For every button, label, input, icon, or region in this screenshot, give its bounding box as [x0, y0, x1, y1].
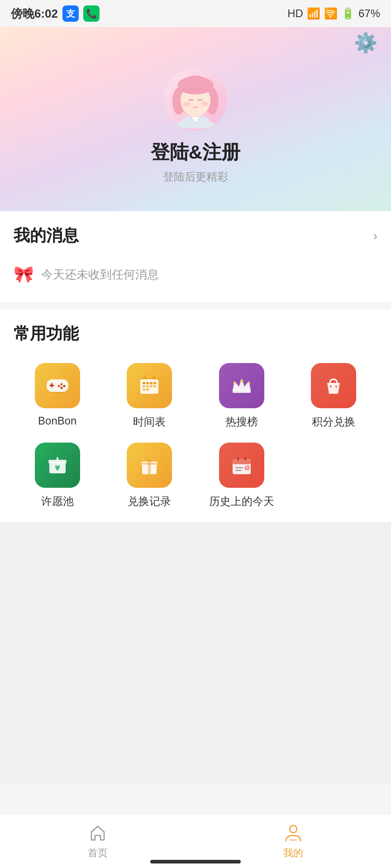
- svg-marker-16: [151, 376, 157, 379]
- history-icon: [219, 443, 264, 488]
- func-item-bonbon[interactable]: BonBon: [14, 363, 101, 429]
- svg-rect-18: [143, 382, 145, 384]
- svg-rect-40: [141, 463, 157, 465]
- schedule-label: 时间表: [133, 415, 166, 429]
- svg-rect-19: [146, 382, 149, 384]
- mine-nav-label: 我的: [283, 846, 303, 860]
- func-item-hot[interactable]: 热搜榜: [198, 363, 286, 429]
- empty-slot: [290, 443, 378, 509]
- functions-grid-row2: 许愿池 兑换记录: [14, 443, 377, 509]
- mine-icon: [283, 823, 303, 843]
- svg-rect-25: [153, 385, 156, 387]
- svg-rect-49: [290, 839, 297, 841]
- svg-rect-21: [153, 382, 156, 384]
- functions-title: 常用功能: [14, 323, 377, 345]
- svg-rect-20: [150, 382, 153, 384]
- time-display: 傍晚6:02: [11, 6, 58, 22]
- home-icon: [88, 823, 108, 843]
- svg-rect-45: [235, 467, 243, 468]
- svg-rect-22: [143, 385, 145, 387]
- svg-point-12: [63, 385, 65, 387]
- status-right: HD 📶 🛜 🔋 67%: [287, 7, 380, 20]
- svg-point-32: [330, 386, 332, 387]
- status-left: 傍晚6:02 支 📞: [11, 5, 100, 22]
- avatar-section[interactable]: 登陆&注册 登陆后更精彩: [0, 58, 391, 198]
- svg-rect-46: [235, 470, 242, 471]
- svg-marker-15: [142, 376, 148, 379]
- bonbon-icon: [35, 363, 80, 408]
- svg-point-6: [201, 102, 208, 106]
- gray-area: [0, 522, 391, 784]
- svg-rect-43: [237, 457, 239, 461]
- messages-header[interactable]: 我的消息 ›: [14, 211, 377, 256]
- svg-rect-44: [244, 457, 246, 461]
- main-content: 我的消息 › 🎀 今天还未收到任何消息 常用功能: [0, 211, 391, 784]
- empty-message: 🎀 今天还未收到任何消息: [14, 256, 377, 302]
- hot-icon: [219, 363, 264, 408]
- functions-section: 常用功能 BonBon: [0, 309, 391, 522]
- alipay-icon: 支: [62, 5, 79, 22]
- phone-icon: 📞: [83, 5, 100, 22]
- svg-rect-28: [233, 389, 251, 393]
- svg-rect-23: [146, 385, 149, 387]
- history-label: 历史上的今天: [209, 494, 274, 509]
- func-item-history[interactable]: 历史上的今天: [198, 443, 286, 509]
- svg-point-11: [60, 383, 62, 386]
- svg-point-5: [183, 102, 190, 106]
- signal-hd: HD: [287, 7, 303, 20]
- svg-point-13: [60, 387, 62, 389]
- exchange-icon: [127, 443, 172, 488]
- svg-rect-24: [150, 385, 153, 387]
- avatar[interactable]: [164, 67, 227, 131]
- header-section: ⚙️: [0, 27, 391, 211]
- hot-label: 热搜榜: [225, 415, 258, 429]
- func-item-wish[interactable]: 许愿池: [14, 443, 101, 509]
- wish-label: 许愿池: [41, 494, 74, 509]
- func-item-schedule[interactable]: 时间表: [106, 363, 194, 429]
- ribbon-icon: 🎀: [14, 265, 34, 284]
- battery-icon: 🔋: [341, 7, 355, 20]
- bottom-indicator: [150, 860, 241, 863]
- schedule-icon: [127, 363, 172, 408]
- login-title[interactable]: 登陆&注册: [151, 140, 240, 165]
- section-divider: [0, 302, 391, 309]
- svg-point-33: [335, 386, 337, 387]
- signal-bars-icon: 📶: [307, 7, 320, 20]
- wish-icon: [35, 443, 80, 488]
- svg-rect-42: [233, 459, 251, 464]
- status-bar: 傍晚6:02 支 📞 HD 📶 🛜 🔋 67%: [0, 0, 391, 27]
- empty-message-text: 今天还未收到任何消息: [41, 267, 159, 283]
- svg-point-14: [57, 385, 60, 387]
- svg-rect-10: [49, 385, 54, 386]
- svg-rect-36: [57, 457, 58, 462]
- redeem-label: 积分兑换: [312, 415, 355, 429]
- svg-point-48: [290, 826, 297, 833]
- func-item-redeem[interactable]: 积分兑换: [290, 363, 378, 429]
- messages-section: 我的消息 › 🎀 今天还未收到任何消息: [0, 211, 391, 302]
- messages-chevron-icon[interactable]: ›: [373, 229, 377, 243]
- settings-icon[interactable]: ⚙️: [354, 32, 377, 54]
- svg-point-31: [248, 382, 250, 384]
- svg-point-30: [233, 382, 235, 384]
- battery-display: 67%: [358, 7, 380, 20]
- svg-point-29: [240, 380, 243, 382]
- functions-grid-row1: BonBon: [14, 363, 377, 429]
- svg-rect-27: [146, 388, 149, 391]
- messages-title: 我的消息: [14, 225, 79, 247]
- func-item-exchange[interactable]: 兑换记录: [106, 443, 194, 509]
- settings-btn-container: ⚙️: [0, 27, 391, 58]
- avatar-image: [166, 70, 225, 128]
- home-nav-label: 首页: [88, 846, 108, 860]
- login-subtitle: 登陆后更精彩: [163, 170, 228, 184]
- exchange-label: 兑换记录: [128, 494, 171, 509]
- redeem-icon: [311, 363, 356, 408]
- svg-rect-26: [143, 388, 145, 391]
- wifi-icon: 🛜: [324, 7, 338, 20]
- bonbon-label: BonBon: [38, 415, 76, 427]
